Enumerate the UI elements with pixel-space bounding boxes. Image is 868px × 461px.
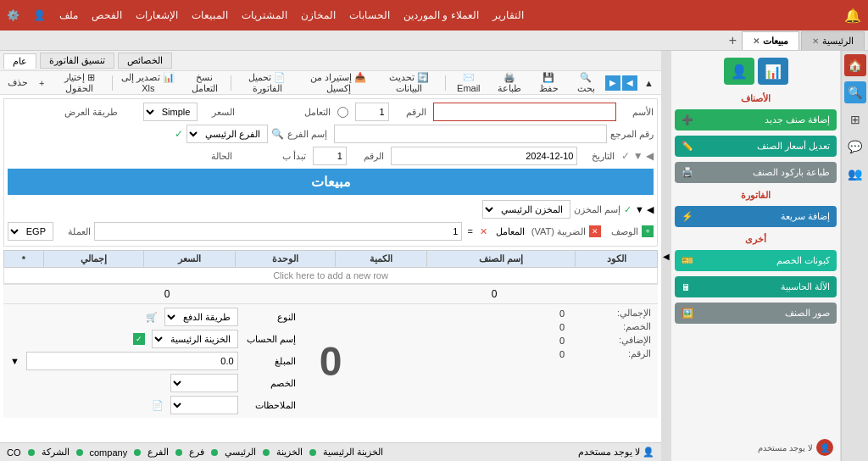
import-excel-btn[interactable]: 📥 إستيراد من إكسيل <box>302 70 376 96</box>
edit-price-button[interactable]: تعديل أسعار الصنف ✏️ <box>675 136 837 157</box>
grid-nav-icon[interactable]: ⊞ <box>844 108 866 131</box>
load-invoice-btn[interactable]: 📄 تحميل الفاتورة <box>236 70 299 96</box>
name-input[interactable] <box>433 103 616 121</box>
nav-inspector[interactable]: الفحص <box>92 9 122 21</box>
tab-general[interactable]: عام <box>3 53 36 69</box>
tab-home-close[interactable]: ✕ <box>812 36 819 46</box>
payment-notes-row: الملاحظات 📄 <box>10 396 296 414</box>
nav-up-btn[interactable]: ▲ <box>640 76 658 90</box>
transaction-radio[interactable] <box>337 107 348 118</box>
toggle-sidebar-button[interactable]: ◀ <box>661 51 671 461</box>
search-btn[interactable]: 🔍 بحث <box>569 70 603 96</box>
tab-sales-close[interactable]: ✕ <box>753 36 760 46</box>
number-input[interactable] <box>355 103 389 121</box>
branch-select[interactable]: الفرع الرئيسي <box>186 125 268 143</box>
number-field: الرقم <box>355 103 426 121</box>
nav-reports[interactable]: التقارير <box>492 9 524 21</box>
date-input[interactable] <box>391 147 578 165</box>
tab-properties[interactable]: الخصائص <box>118 53 172 69</box>
email-btn[interactable]: ✉️ Email <box>449 70 487 95</box>
quick-add-button[interactable]: إضافة سريعة ⚡ <box>675 206 837 227</box>
nav-accounts[interactable]: الحسابات <box>349 9 390 21</box>
tab-sales[interactable]: مبيعات ✕ <box>742 31 799 50</box>
status-main: الرئيسي <box>225 447 256 458</box>
branch-field: إسم الفرع 🔍 الفرع الرئيسي ✓ <box>8 125 327 143</box>
chat-nav-icon[interactable]: 💬 <box>844 136 866 158</box>
nav-purchases[interactable]: المشتريات <box>242 9 287 21</box>
currency-select[interactable]: EGP <box>8 222 53 241</box>
add-row-placeholder[interactable]: Click here to add a new row <box>4 268 658 284</box>
tab-invoice-format[interactable]: تنسيق الفاتورة <box>40 53 114 69</box>
sidebar-person-icon[interactable]: 👤 <box>724 58 754 85</box>
copy-transaction-btn[interactable]: نسخ التعامل <box>182 70 226 96</box>
quick-add-label: إضافة سريعة <box>781 211 830 222</box>
form-area: الأسم الرقم التعامل <box>0 95 661 442</box>
save-btn[interactable]: 💾 حفظ <box>531 70 566 96</box>
ref-input[interactable] <box>334 125 607 143</box>
add-btn[interactable]: + <box>35 76 48 90</box>
branch-check-icon[interactable]: ✓ <box>175 128 183 140</box>
nav-warehouses[interactable]: المخازن <box>301 9 336 21</box>
account-check[interactable]: ✓ <box>133 333 145 345</box>
status-bar-left: 👤 لا يوجد مستخدم <box>578 447 654 458</box>
transaction-field: التعامل <box>242 107 330 118</box>
price-select[interactable]: Simple <box>143 103 198 121</box>
coupons-button[interactable]: كبونات الخصم 🎫 <box>675 250 837 271</box>
expand-icon[interactable]: ◀ ▼ ✓ <box>621 150 654 162</box>
sidebar-icon-row: 📊 👤 <box>675 54 837 88</box>
print-barcode-button[interactable]: طباعة باركود الصنف 🖨️ <box>675 162 837 183</box>
nav-notifications[interactable]: الإشعارات <box>136 9 178 21</box>
bell-icon[interactable]: 🔔 <box>844 8 861 24</box>
sidebar-chart-icon[interactable]: 📊 <box>758 58 788 85</box>
select-fields-btn[interactable]: ⊞ إختيار الحقول <box>51 70 108 96</box>
add-item-button[interactable]: إضافة صنف جديد ➕ <box>675 109 837 131</box>
home-nav-icon[interactable]: 🏠 <box>844 54 866 76</box>
update-data-btn[interactable]: 🔄 تحديث البيانات <box>378 70 441 96</box>
status-khazina-main: الخزينة الرئيسية <box>323 447 383 458</box>
discount-value: 0 <box>559 322 602 332</box>
status-company-label: company <box>90 447 128 458</box>
nav-file[interactable]: ملف <box>59 9 78 21</box>
calculator-button[interactable]: الآلة الحاسبية 🖩 <box>675 276 837 297</box>
tab-home[interactable]: الرئيسية ✕ <box>801 31 865 50</box>
payment-account-select[interactable]: الخزينة الرئيسية <box>152 330 238 348</box>
export-xls-btn[interactable]: 📊 تصدير إلى Xls <box>117 70 180 95</box>
print-btn[interactable]: 🖨️ طباعة <box>490 70 528 96</box>
factor-input[interactable] <box>94 222 462 241</box>
remove-item-checkbox[interactable]: ✕ <box>589 225 601 237</box>
payment-amount-input[interactable] <box>26 352 238 370</box>
warehouse-select[interactable]: المخزن الرئيسي <box>482 200 570 219</box>
nav-sales[interactable]: المبيعات <box>192 9 228 21</box>
additional-row: الإضافي: 0 <box>365 335 651 346</box>
payment-discount-label: الخصم <box>245 378 296 389</box>
nav-suppliers[interactable]: العملاء و الموردين <box>403 9 479 21</box>
currency-label: العملة <box>57 226 91 237</box>
add-item-label: إضافة صنف جديد <box>765 114 830 125</box>
summary-payment-row: الإجمالي: 0 الخصم: 0 الإضافي: 0 الرقم: 0 <box>3 303 658 418</box>
col-unit: الوحدة <box>235 251 335 268</box>
users-nav-icon[interactable]: 👥 <box>844 163 866 185</box>
warehouse-expand-icon[interactable]: ◀ ▼ <box>635 204 654 215</box>
num2-input[interactable] <box>313 147 347 165</box>
delete-btn[interactable]: حذف <box>3 75 32 90</box>
sep2 <box>231 75 231 91</box>
add-item-checkbox[interactable]: + <box>642 225 654 237</box>
tab-home-label: الرئيسية <box>822 36 854 47</box>
settings-icon[interactable]: ⚙️ <box>7 9 19 21</box>
user-icon[interactable]: 👤 <box>33 9 46 21</box>
status-dot-6 <box>76 449 83 456</box>
item-images-button[interactable]: صور الصنف 🖼️ <box>675 303 837 324</box>
payment-discount-select[interactable] <box>170 374 238 392</box>
net-value: 0 <box>559 349 602 359</box>
main-toolbar: ▲ ◀ ▶ 🔍 بحث 💾 حفظ 🖨️ طباعة ✉️ Email 🔄 تح… <box>0 71 661 95</box>
payment-notes-select[interactable] <box>170 396 238 414</box>
payment-type-select[interactable]: طريقة الدفع <box>164 308 238 326</box>
name-label: الأسم <box>620 107 654 118</box>
branch-label: إسم الفرع <box>287 129 327 140</box>
new-tab-button[interactable]: + <box>726 33 740 48</box>
search-nav-icon[interactable]: 🔍 <box>844 81 866 103</box>
warehouse-check-icon[interactable]: ✓ <box>624 204 632 215</box>
nav-prev-btn[interactable]: ◀ <box>622 75 637 91</box>
sub-toolbar: الخصائص تنسيق الفاتورة عام <box>0 51 661 71</box>
nav-next-btn[interactable]: ▶ <box>605 75 620 91</box>
